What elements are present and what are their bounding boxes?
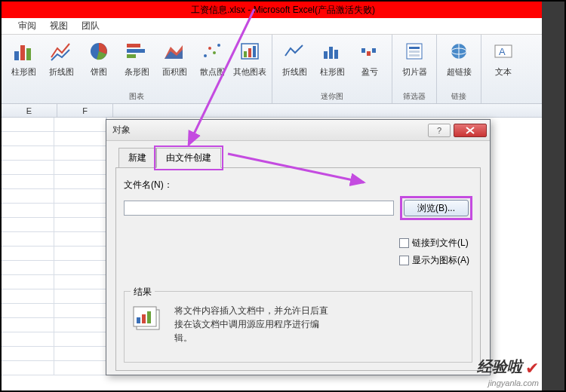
group-filter-label: 筛选器 [392, 91, 436, 102]
svg-rect-20 [361, 48, 365, 53]
ribbon-tabs: 审阅 视图 团队 [2, 18, 564, 35]
dialog-close-button[interactable] [454, 124, 487, 137]
check-icon: ✔ [525, 359, 539, 378]
svg-rect-4 [127, 44, 140, 47]
dialog-tabs: 新建 由文件创建 [118, 147, 481, 167]
tab-view[interactable]: 视图 [50, 20, 68, 32]
bar-chart-button[interactable]: 条形图 [118, 35, 155, 93]
watermark: 经验啦 ✔ jingyanla.com [477, 357, 539, 387]
sparkline-line-label: 折线图 [282, 66, 307, 78]
other-chart-icon [238, 39, 262, 63]
result-label: 结果 [131, 286, 155, 299]
help-icon: ? [437, 126, 441, 135]
line-chart-icon [49, 39, 73, 63]
hyperlink-label: 超链接 [447, 66, 472, 78]
browse-highlight: 浏览(B)... [400, 196, 472, 220]
filename-label: 文件名(N)： [124, 179, 173, 191]
textbox-button[interactable]: A 文本 [484, 35, 522, 103]
svg-point-10 [208, 47, 211, 50]
area-chart-label: 面积图 [162, 66, 187, 78]
svg-rect-26 [409, 54, 420, 57]
svg-rect-24 [409, 47, 420, 49]
app-titlebar: 工资信息.xlsx - Microsoft Excel(产品激活失败) [2, 2, 564, 18]
col-f[interactable]: F [57, 104, 113, 117]
bar-chart-label: 条形图 [125, 66, 149, 78]
ribbon: 柱形图 折线图 饼图 条形图 面积图 [2, 35, 564, 104]
filename-input[interactable] [124, 201, 394, 216]
col-e[interactable]: E [2, 104, 57, 117]
group-links-label: 链接 [437, 91, 481, 102]
result-box: 结果 将文件内容插入文档中，并允许日后直接在该文档中调用源应用程序进行编辑。 [124, 291, 472, 363]
dialog-help-button[interactable]: ? [428, 124, 451, 137]
sparkline-column-icon [320, 39, 344, 63]
tab-new[interactable]: 新建 [118, 148, 156, 168]
sparkline-column-button[interactable]: 柱形图 [313, 35, 351, 93]
pie-chart-button[interactable]: 饼图 [80, 35, 118, 93]
hyperlink-icon [447, 39, 471, 63]
svg-rect-2 [26, 48, 31, 60]
dialog-titlebar[interactable]: 对象 ? [106, 120, 490, 141]
display-as-icon-row[interactable]: 显示为图标(A) [399, 254, 469, 267]
svg-rect-6 [127, 54, 136, 58]
svg-rect-15 [248, 48, 251, 57]
column-chart-label: 柱形图 [11, 66, 36, 78]
watermark-text: 经验啦 [477, 358, 522, 375]
result-icon [132, 304, 165, 337]
other-chart-button[interactable]: 其他图表 [231, 35, 269, 93]
slicer-button[interactable]: 切片器 [395, 35, 433, 93]
checkbox-icon [399, 238, 409, 248]
slicer-label: 切片器 [402, 66, 427, 78]
textbox-icon: A [491, 39, 515, 63]
svg-rect-22 [372, 48, 376, 53]
display-as-icon-label: 显示为图标(A) [412, 254, 469, 267]
browse-button[interactable]: 浏览(B)... [404, 200, 469, 216]
column-chart-icon [11, 39, 35, 63]
cell-grid[interactable] [2, 118, 107, 390]
svg-rect-17 [324, 51, 328, 59]
sparkline-winloss-label: 盈亏 [361, 66, 378, 78]
svg-point-12 [217, 44, 220, 47]
column-chart-button[interactable]: 柱形图 [5, 35, 42, 93]
watermark-url: jingyanla.com [477, 378, 539, 387]
svg-rect-37 [142, 314, 146, 323]
slicer-icon [402, 39, 426, 63]
sparkline-column-label: 柱形图 [320, 66, 345, 78]
line-chart-label: 折线图 [49, 66, 74, 78]
svg-rect-36 [137, 317, 140, 323]
link-to-file-row[interactable]: 链接到文件(L) [399, 237, 469, 250]
svg-rect-5 [127, 49, 145, 53]
checkbox-icon [399, 256, 409, 265]
svg-rect-19 [334, 50, 338, 59]
svg-rect-21 [367, 51, 371, 56]
svg-rect-0 [14, 51, 19, 60]
svg-rect-38 [147, 311, 151, 323]
group-charts-label: 图表 [2, 91, 272, 102]
textbox-label: 文本 [495, 66, 512, 78]
object-dialog: 对象 ? 新建 由文件创建 文件名(N)： 浏览(B)... 链接到文件(L) [106, 119, 491, 375]
scatter-chart-button[interactable]: 散点图 [193, 35, 231, 93]
right-strip [542, 2, 564, 390]
sparkline-line-button[interactable]: 折线图 [275, 35, 313, 93]
bar-chart-icon [125, 39, 149, 63]
tab-review[interactable]: 审阅 [18, 20, 36, 32]
svg-rect-1 [20, 45, 25, 60]
svg-point-11 [213, 51, 216, 54]
link-to-file-label: 链接到文件(L) [412, 237, 469, 250]
scatter-chart-icon [200, 39, 224, 63]
svg-text:A: A [499, 46, 506, 57]
result-text: 将文件内容插入文档中，并允许日后直接在该文档中调用源应用程序进行编辑。 [174, 304, 333, 345]
group-sparklines-label: 迷你图 [272, 91, 392, 102]
pie-chart-label: 饼图 [91, 66, 107, 78]
other-chart-label: 其他图表 [233, 66, 266, 78]
dialog-title: 对象 [112, 124, 131, 136]
sparkline-line-icon [282, 39, 306, 63]
tab-from-file[interactable]: 由文件创建 [156, 148, 221, 168]
hyperlink-button[interactable]: 超链接 [440, 35, 478, 93]
line-chart-button[interactable]: 折线图 [42, 35, 80, 93]
svg-point-9 [204, 54, 207, 57]
pie-chart-icon [87, 39, 111, 63]
tab-team[interactable]: 团队 [82, 20, 100, 32]
area-chart-button[interactable]: 面积图 [155, 35, 193, 93]
sparkline-winloss-icon [358, 39, 382, 63]
sparkline-winloss-button[interactable]: 盈亏 [351, 35, 389, 93]
